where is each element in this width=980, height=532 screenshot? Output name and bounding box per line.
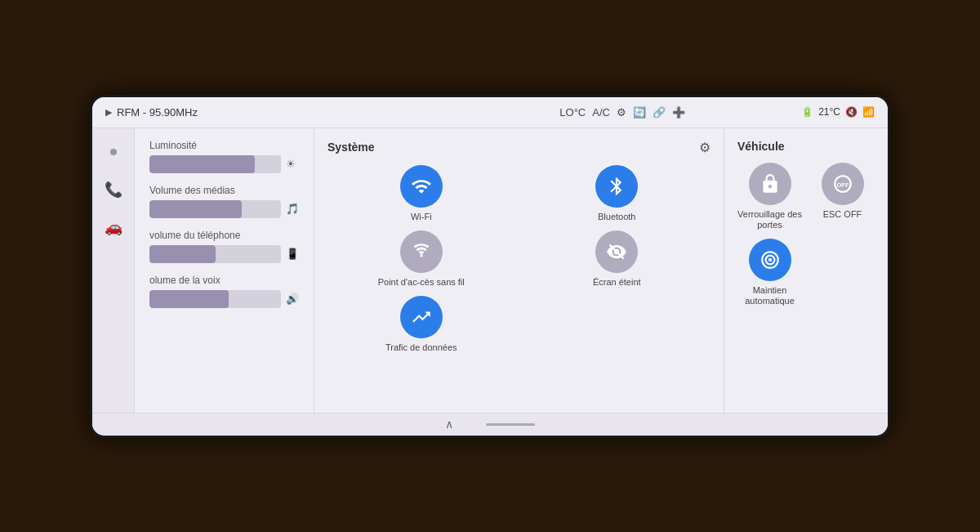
media-slider[interactable]: 🎵	[149, 200, 299, 218]
luminosity-fill	[149, 155, 255, 173]
screen-off-label: Écran éteint	[593, 277, 641, 288]
music-icon: 🎵	[286, 203, 299, 215]
auto-hold-tile[interactable]: Maintien automatique	[737, 239, 802, 306]
bluetooth-icon	[606, 176, 627, 197]
media-volume-label: Volume des médias	[149, 185, 299, 196]
car-infotainment-screen: ▶ RFM - 95.90MHz LO°C A/C ⚙ 🔄 🔗 ➕ 🔋 21°C…	[90, 95, 890, 438]
signal-icon: 📶	[862, 106, 875, 118]
car-icon: 🚗	[105, 218, 122, 236]
door-lock-tile[interactable]: Verrouillage des portes	[737, 163, 802, 230]
bluetooth-tile[interactable]: Bluetooth	[523, 165, 711, 222]
hotspot-icon-bg	[400, 230, 443, 273]
screen-off-icon-bg	[595, 230, 638, 273]
phone-slider[interactable]: 📱	[149, 245, 299, 263]
wifi-label: Wi-Fi	[411, 212, 432, 222]
hotspot-icon	[411, 241, 432, 262]
svg-point-5	[768, 258, 771, 262]
main-content: 📞 🚗 Luminosité ☀ Volume des médias	[92, 128, 888, 413]
door-lock-label: Verrouillage des portes	[737, 209, 802, 230]
side-nav: 📞 🚗	[92, 128, 135, 413]
radio-info: ▶ RFM - 95.90MHz	[105, 106, 443, 118]
scroll-indicator	[486, 423, 535, 426]
brightness-icon: ☀	[286, 158, 299, 170]
wifi-tile[interactable]: Wi-Fi	[327, 165, 515, 222]
bottom-bar: ∧	[92, 413, 888, 436]
voice-slider[interactable]: 🔊	[149, 290, 299, 308]
voice-volume-label: olume de la voix	[149, 275, 299, 286]
settings-icon: ⚙	[617, 106, 626, 118]
left-panel: Luminosité ☀ Volume des médias 🎵	[135, 128, 314, 413]
volume-icon: 🔇	[845, 106, 858, 118]
luminosity-control: Luminosité ☀	[149, 140, 299, 173]
hotspot-tile[interactable]: Point d'ac-cès sans fil	[327, 230, 515, 288]
battery-icon: 🔋	[801, 106, 813, 118]
svg-text:OFF: OFF	[836, 181, 849, 189]
play-icon: ▶	[105, 107, 112, 118]
traffic-icon	[411, 306, 432, 328]
link-icon: 🔗	[653, 106, 666, 118]
auto-hold-icon-bg	[749, 239, 791, 281]
vehicle-header: Véhicule	[737, 140, 875, 153]
nav-phone[interactable]: 📞	[96, 172, 131, 207]
system-header: Système ⚙	[327, 140, 710, 155]
luminosity-track[interactable]	[149, 155, 281, 173]
sync-icon: 🔄	[633, 106, 646, 118]
phone-fill	[149, 245, 216, 263]
phone-volume-control: volume du téléphone 📱	[149, 230, 299, 263]
vehicle-grid: Verrouillage des portes OFF ESC OFF	[737, 163, 875, 307]
radio-label: RFM - 95.90MHz	[117, 106, 198, 118]
traffic-tile[interactable]: Trafic de données	[327, 296, 515, 353]
system-grid: Wi-Fi Bluetooth	[327, 165, 710, 354]
nav-car[interactable]: 🚗	[96, 210, 131, 244]
phone-icon: 📞	[105, 181, 122, 199]
phone-volume-label: volume du téléphone	[149, 230, 299, 241]
esc-off-tile[interactable]: OFF ESC OFF	[810, 163, 875, 230]
screen-off-tile[interactable]: Écran éteint	[523, 230, 711, 288]
media-fill	[149, 200, 242, 218]
wifi-icon-bg	[400, 165, 443, 208]
plus-icon: ➕	[672, 106, 685, 118]
nav-dot[interactable]	[96, 135, 131, 169]
media-track[interactable]	[149, 200, 281, 218]
esc-off-label: ESC OFF	[823, 209, 862, 220]
luminosity-label: Luminosité	[149, 140, 299, 151]
system-panel: Système ⚙ Wi-Fi	[314, 128, 724, 413]
temp-label: LO°C	[559, 106, 586, 118]
battery-temp: 21°C	[818, 106, 840, 118]
voice-track[interactable]	[149, 290, 281, 308]
ac-label: A/C	[592, 106, 610, 118]
chevron-up-icon[interactable]: ∧	[445, 418, 453, 431]
phone-vol-icon: 📱	[286, 248, 299, 260]
media-volume-control: Volume des médias 🎵	[149, 185, 299, 218]
traffic-label: Trafic de données	[385, 342, 457, 353]
esc-off-icon-bg: OFF	[822, 163, 864, 205]
voice-volume-control: olume de la voix 🔊	[149, 275, 299, 308]
traffic-icon-bg	[400, 296, 443, 338]
system-gear-icon[interactable]: ⚙	[699, 140, 710, 155]
vehicle-title: Véhicule	[737, 140, 785, 153]
esc-off-icon: OFF	[832, 173, 853, 194]
status-right: 🔋 21°C 🔇 📶	[801, 106, 875, 118]
voice-fill	[149, 290, 229, 308]
status-bar: ▶ RFM - 95.90MHz LO°C A/C ⚙ 🔄 🔗 ➕ 🔋 21°C…	[92, 97, 888, 128]
hotspot-label: Point d'ac-cès sans fil	[378, 277, 465, 288]
voice-icon: 🔊	[286, 293, 299, 305]
auto-hold-label: Maintien automatique	[737, 285, 802, 306]
door-lock-icon	[760, 173, 781, 194]
phone-track[interactable]	[149, 245, 281, 263]
vehicle-panel: Véhicule Verrouillage des portes	[724, 128, 888, 413]
wifi-icon	[411, 176, 432, 197]
auto-hold-icon	[760, 249, 781, 270]
system-title: Système	[327, 141, 375, 154]
status-center: LO°C A/C ⚙ 🔄 🔗 ➕	[453, 106, 791, 118]
screen-off-icon	[606, 241, 627, 262]
bluetooth-icon-bg	[595, 165, 638, 208]
luminosity-slider[interactable]: ☀	[149, 155, 299, 173]
bluetooth-label: Bluetooth	[598, 212, 635, 222]
door-lock-icon-bg	[749, 163, 791, 205]
